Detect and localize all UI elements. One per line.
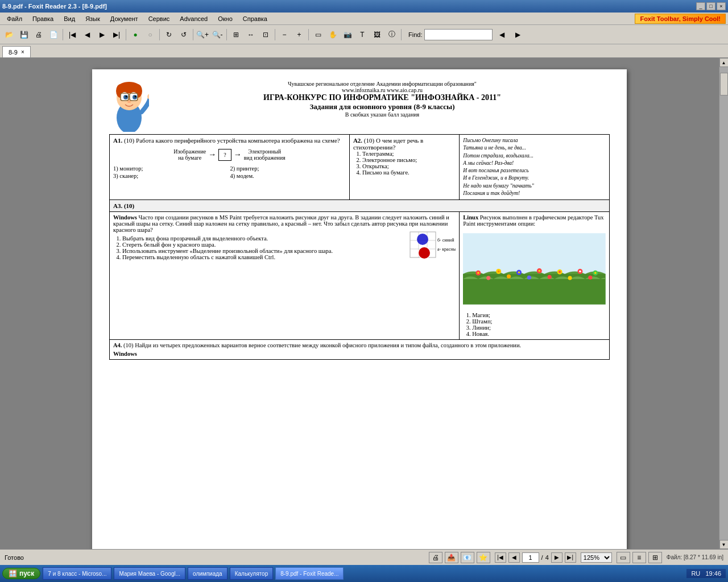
taskbar: 🪟 пуск 7 и 8 класс - Microsо... Мария Ма…: [0, 565, 728, 582]
svg-point-9: [126, 96, 127, 98]
svg-point-14: [127, 101, 131, 103]
fit-page-button[interactable]: ⊞: [229, 28, 243, 41]
svg-point-36: [559, 271, 561, 273]
zoom-in-button[interactable]: 🔍+: [196, 28, 209, 41]
status-first-page[interactable]: |◀: [495, 552, 506, 563]
scroll-down-button[interactable]: ▼: [719, 540, 729, 549]
cell-a3-windows: Windows Часто при создании рисунков в MS…: [110, 212, 460, 340]
hand-tool-button[interactable]: ✋: [326, 28, 340, 41]
tab-name: 8-9: [9, 49, 18, 56]
rotate-btn2[interactable]: ↺: [177, 28, 191, 41]
taskbar-item-4[interactable]: 8-9.pdf - Foxit Reade...: [275, 567, 344, 580]
info-button[interactable]: ⓘ: [385, 28, 399, 41]
a4-windows-title: Windows: [113, 351, 606, 357]
zoom-minus-button[interactable]: −: [278, 28, 291, 41]
menu-window[interactable]: Окно: [213, 14, 237, 23]
window-title: 8-9.pdf - Foxit Reader 2.3 - [8-9.pdf]: [2, 3, 107, 10]
svg-point-40: [594, 272, 597, 275]
a1-answers: 1) монитор; 2) принтер; 3) сканер; 4) мо…: [113, 165, 346, 179]
taskbar-item-0[interactable]: 7 и 8 класс - Microsо...: [43, 567, 111, 580]
continuous-icon[interactable]: ≡: [632, 552, 646, 563]
menu-help[interactable]: Справка: [238, 14, 272, 23]
find-prev-button[interactable]: ◀: [495, 28, 508, 41]
status-prev-page[interactable]: ◀: [508, 552, 520, 563]
taskbar-item-3[interactable]: Калькулятор: [230, 567, 274, 580]
status-bar: Готово 🖨 📤 📧 ⭐ |◀ ◀ / 4 ▶ ▶| 125% 100% 7…: [0, 549, 728, 565]
play-button[interactable]: ▶: [95, 28, 109, 41]
status-last-page[interactable]: ▶|: [565, 552, 576, 563]
find-next-button[interactable]: ▶: [511, 28, 524, 41]
fit-actual-button[interactable]: ⊡: [259, 28, 272, 41]
status-icon-1[interactable]: 🖨: [429, 552, 442, 563]
menu-document[interactable]: Документ: [106, 14, 143, 23]
save-button[interactable]: 💾: [17, 28, 31, 41]
menu-lang[interactable]: Язык: [81, 14, 105, 23]
zoom-out-button[interactable]: 🔍-: [210, 28, 224, 41]
typewriter-button[interactable]: T: [355, 28, 369, 41]
prev-page-button[interactable]: ◀: [80, 28, 94, 41]
snapshot-button[interactable]: 📷: [341, 28, 354, 41]
maximize-button[interactable]: □: [706, 2, 715, 10]
nav-btn1[interactable]: ●: [129, 28, 142, 41]
svg-point-34: [539, 270, 541, 272]
last-page-button[interactable]: ▶|: [110, 28, 123, 41]
rotate-btn1[interactable]: ↻: [162, 28, 176, 41]
status-page-input[interactable]: [522, 552, 539, 563]
separator-8: [401, 29, 402, 40]
facing-icon[interactable]: ⊞: [648, 552, 662, 563]
status-icon-2[interactable]: 📤: [445, 552, 458, 563]
print-button[interactable]: 🖨: [32, 28, 46, 41]
start-button[interactable]: 🪟 пуск: [2, 568, 40, 579]
a2-label: А2. (10) О чем идет речь в стихотворении…: [353, 137, 456, 151]
tab-8-9[interactable]: 8-9 ×: [2, 46, 31, 57]
scrollbar-thumb[interactable]: [720, 73, 728, 95]
a2-answers: Телеграмма; Электронное письмо; Открытка…: [353, 151, 456, 176]
row-a3-header: А3. (10): [110, 200, 610, 212]
minimize-button[interactable]: _: [696, 2, 705, 10]
open-button[interactable]: 📂: [2, 28, 16, 41]
pdf-page: Чувашское региональное отделение Академи…: [92, 69, 627, 549]
status-icon-4[interactable]: ⭐: [477, 552, 490, 563]
close-button[interactable]: ×: [717, 2, 726, 10]
first-page-button[interactable]: |◀: [65, 28, 79, 41]
image-button[interactable]: 🖼: [370, 28, 384, 41]
taskbar-item-1[interactable]: Мария Маева - Googl...: [114, 567, 185, 580]
menu-advanced[interactable]: Advanced: [175, 14, 212, 23]
properties-button[interactable]: 📄: [47, 28, 60, 41]
ready-text: Готово: [5, 554, 24, 561]
menu-view[interactable]: Вид: [59, 14, 80, 23]
svg-point-44: [548, 275, 552, 279]
find-input[interactable]: [424, 29, 493, 40]
diag-right: Электронныйвид изображения: [244, 148, 286, 161]
diag-left: Изображениена бумаге: [173, 148, 206, 161]
a1-label: А1. (10) Работа какого периферийного уст…: [113, 137, 346, 144]
file-info: Файл: [8.27 * 11.69 in]: [667, 554, 723, 560]
row-a3-content: Windows Часто при создании рисунков в MS…: [110, 212, 610, 340]
svg-point-45: [568, 276, 572, 280]
diag-arrow2: →: [234, 150, 242, 159]
questions-table: А1. (10) Работа какого периферийного уст…: [109, 134, 610, 360]
select-button[interactable]: ▭: [311, 28, 325, 41]
main-area: Чувашское региональное отделение Академи…: [0, 58, 728, 549]
menu-service[interactable]: Сервис: [144, 14, 175, 23]
toolbar: 📂 💾 🖨 📄 |◀ ◀ ▶ ▶| ● ○ ↻ ↺ 🔍+ 🔍- ⊞ ↔ ⊡ − …: [0, 25, 728, 44]
tab-close-button[interactable]: ×: [21, 49, 24, 55]
status-next-page[interactable]: ▶: [551, 552, 562, 563]
menu-file[interactable]: Файл: [2, 14, 27, 23]
menu-edit[interactable]: Правка: [28, 14, 58, 23]
separator-7: [308, 29, 309, 40]
zoom-select[interactable]: 125% 100% 75% 150%: [581, 552, 612, 563]
nav-btn2[interactable]: ○: [143, 28, 157, 41]
zoom-plus-button[interactable]: +: [292, 28, 306, 41]
status-icon-3[interactable]: 📧: [461, 552, 474, 563]
scroll-up-button[interactable]: ▲: [719, 58, 729, 67]
svg-point-42: [507, 275, 511, 278]
a3-linux-answers: Магия; Штамп; Линии; Новая.: [463, 312, 606, 337]
scrollbar-track[interactable]: [719, 67, 729, 540]
fit-width-button[interactable]: ↔: [244, 28, 258, 41]
separator-1: [63, 29, 63, 40]
svg-point-15: [147, 94, 149, 99]
separator-5: [226, 29, 227, 40]
single-page-icon[interactable]: ▭: [617, 552, 630, 563]
taskbar-item-2[interactable]: олимпиада: [188, 567, 228, 580]
